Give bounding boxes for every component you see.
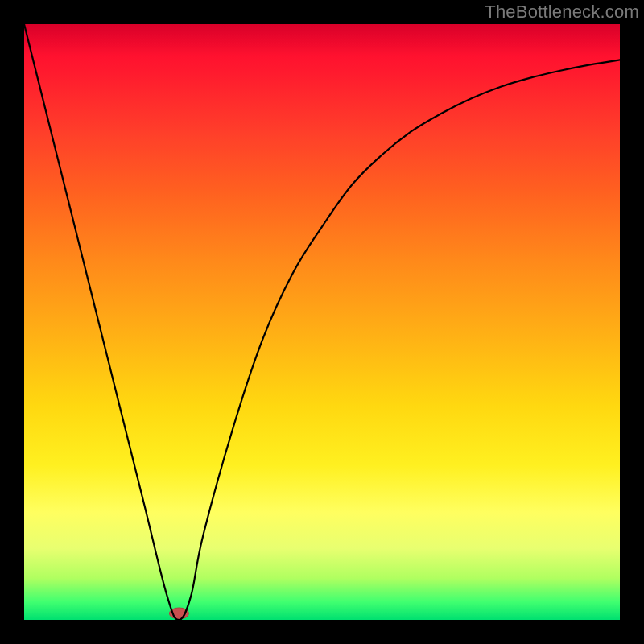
curve-svg (24, 24, 620, 620)
watermark-text: TheBottleneck.com (485, 2, 639, 23)
plot-area (24, 24, 620, 620)
chart-frame: TheBottleneck.com (0, 0, 644, 644)
bottleneck-curve (24, 24, 620, 620)
